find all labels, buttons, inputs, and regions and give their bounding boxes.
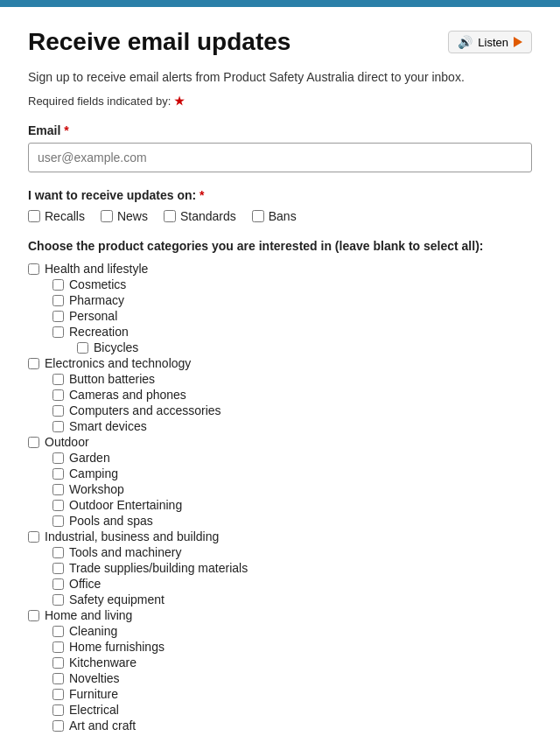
- category-electronics[interactable]: Electronics and technology: [28, 356, 532, 370]
- checkbox-button-batteries[interactable]: [52, 374, 64, 385]
- checkbox-bans[interactable]: [252, 210, 264, 222]
- category-pharmacy[interactable]: Pharmacy: [52, 293, 532, 307]
- categories-label: Choose the product categories you are in…: [28, 239, 532, 253]
- checkbox-cameras-phones[interactable]: [52, 389, 64, 401]
- category-safety-equipment[interactable]: Safety equipment: [52, 592, 532, 606]
- play-icon: [514, 37, 522, 47]
- category-garden[interactable]: Garden: [52, 451, 532, 465]
- checkbox-standards[interactable]: [164, 210, 176, 222]
- category-home-furnishings[interactable]: Home furnishings: [52, 640, 532, 654]
- checkbox-cleaning[interactable]: [52, 626, 64, 637]
- category-group-industrial: Industrial, business and building Tools …: [28, 529, 532, 606]
- checkbox-bicycles[interactable]: [77, 342, 88, 354]
- email-label: Email *: [28, 123, 532, 137]
- category-smart-devices[interactable]: Smart devices: [52, 419, 532, 433]
- category-outdoor[interactable]: Outdoor: [28, 435, 532, 449]
- category-recreation[interactable]: Recreation: [52, 325, 532, 339]
- category-grandchildren-recreation: Bicycles: [77, 340, 532, 354]
- checkbox-workshop[interactable]: [52, 484, 64, 495]
- category-bicycles[interactable]: Bicycles: [77, 340, 532, 354]
- category-cosmetics[interactable]: Cosmetics: [52, 277, 532, 291]
- category-group-electronics: Electronics and technology Button batter…: [28, 356, 532, 433]
- checkbox-camping[interactable]: [52, 468, 64, 480]
- category-cameras-phones[interactable]: Cameras and phones: [52, 388, 532, 402]
- updates-required-star: *: [200, 188, 204, 202]
- category-personal[interactable]: Personal: [52, 309, 532, 323]
- required-star: ★: [174, 95, 185, 108]
- checkbox-outdoor-entertaining[interactable]: [52, 500, 64, 511]
- checkbox-outdoor[interactable]: [28, 437, 39, 448]
- email-required-star: *: [64, 123, 68, 137]
- category-camping[interactable]: Camping: [52, 466, 532, 480]
- checkbox-recalls[interactable]: [28, 210, 40, 222]
- listen-label: Listen: [478, 36, 508, 49]
- checkbox-garden[interactable]: [52, 452, 64, 464]
- checkbox-kitchenware[interactable]: [52, 657, 64, 669]
- category-button-batteries[interactable]: Button batteries: [52, 372, 532, 386]
- listen-button[interactable]: 🔊 Listen: [448, 31, 532, 53]
- updates-news[interactable]: News: [101, 209, 148, 223]
- category-children-electronics: Button batteries Cameras and phones Comp…: [52, 372, 532, 433]
- category-computers-accessories[interactable]: Computers and accessories: [52, 403, 532, 417]
- checkbox-news[interactable]: [101, 210, 113, 222]
- category-children-home-living: Cleaning Home furnishings Kitchenware No…: [52, 624, 532, 732]
- checkbox-tools-machinery[interactable]: [52, 547, 64, 558]
- checkbox-art-craft[interactable]: [52, 720, 64, 732]
- category-novelties[interactable]: Novelties: [52, 671, 532, 685]
- checkbox-electrical[interactable]: [52, 704, 64, 716]
- category-tools-machinery[interactable]: Tools and machinery: [52, 545, 532, 559]
- page-title: Receive email updates 🔊 Listen: [28, 28, 532, 56]
- category-pools-spas[interactable]: Pools and spas: [52, 514, 532, 528]
- category-group-outdoor: Outdoor Garden Camping Workshop Outdoor …: [28, 435, 532, 528]
- updates-label: I want to receive updates on: *: [28, 188, 532, 202]
- category-electrical[interactable]: Electrical: [52, 703, 532, 717]
- category-art-craft[interactable]: Art and craft: [52, 718, 532, 732]
- checkbox-home-living[interactable]: [28, 610, 39, 621]
- checkbox-industrial[interactable]: [28, 531, 39, 543]
- updates-standards[interactable]: Standards: [164, 209, 236, 223]
- category-children-outdoor: Garden Camping Workshop Outdoor Entertai…: [52, 451, 532, 528]
- checkbox-computers-accessories[interactable]: [52, 405, 64, 417]
- category-cleaning[interactable]: Cleaning: [52, 624, 532, 638]
- subtitle-text: Sign up to receive email alerts from Pro…: [28, 70, 532, 84]
- category-kitchenware[interactable]: Kitchenware: [52, 655, 532, 669]
- category-children-industrial: Tools and machinery Trade supplies/build…: [52, 545, 532, 606]
- checkbox-recreation[interactable]: [52, 326, 64, 338]
- updates-checkboxes: Recalls News Standards Bans: [28, 209, 532, 223]
- checkbox-novelties[interactable]: [52, 673, 64, 684]
- checkbox-pharmacy[interactable]: [52, 295, 64, 306]
- email-input[interactable]: [28, 143, 532, 172]
- checkbox-personal[interactable]: [52, 311, 64, 322]
- checkbox-trade-supplies[interactable]: [52, 563, 64, 574]
- required-note: Required fields indicated by: ★: [28, 95, 532, 108]
- checkbox-health-lifestyle[interactable]: [28, 263, 39, 275]
- checkbox-safety-equipment[interactable]: [52, 594, 64, 606]
- updates-bans[interactable]: Bans: [252, 209, 297, 223]
- category-furniture[interactable]: Furniture: [52, 687, 532, 701]
- category-outdoor-entertaining[interactable]: Outdoor Entertaining: [52, 498, 532, 512]
- category-home-living[interactable]: Home and living: [28, 608, 532, 622]
- checkbox-home-furnishings[interactable]: [52, 641, 64, 653]
- checkbox-electronics[interactable]: [28, 358, 39, 369]
- category-office[interactable]: Office: [52, 577, 532, 591]
- listen-icon: 🔊: [458, 35, 472, 49]
- top-bar: [0, 0, 560, 7]
- checkbox-office[interactable]: [52, 578, 64, 590]
- category-industrial[interactable]: Industrial, business and building: [28, 529, 532, 543]
- category-group-home-living: Home and living Cleaning Home furnishing…: [28, 608, 532, 732]
- main-container: Receive email updates 🔊 Listen Sign up t…: [0, 7, 560, 750]
- category-workshop[interactable]: Workshop: [52, 482, 532, 496]
- checkbox-furniture[interactable]: [52, 689, 64, 700]
- checkbox-pools-spas[interactable]: [52, 515, 64, 527]
- category-group-health-lifestyle: Health and lifestyle Cosmetics Pharmacy …: [28, 262, 532, 354]
- category-children-health-lifestyle: Cosmetics Pharmacy Personal Recreation B…: [52, 277, 532, 354]
- checkbox-smart-devices[interactable]: [52, 421, 64, 432]
- category-trade-supplies[interactable]: Trade supplies/building materials: [52, 561, 532, 575]
- category-health-lifestyle[interactable]: Health and lifestyle: [28, 262, 532, 276]
- checkbox-cosmetics[interactable]: [52, 279, 64, 291]
- updates-recalls[interactable]: Recalls: [28, 209, 85, 223]
